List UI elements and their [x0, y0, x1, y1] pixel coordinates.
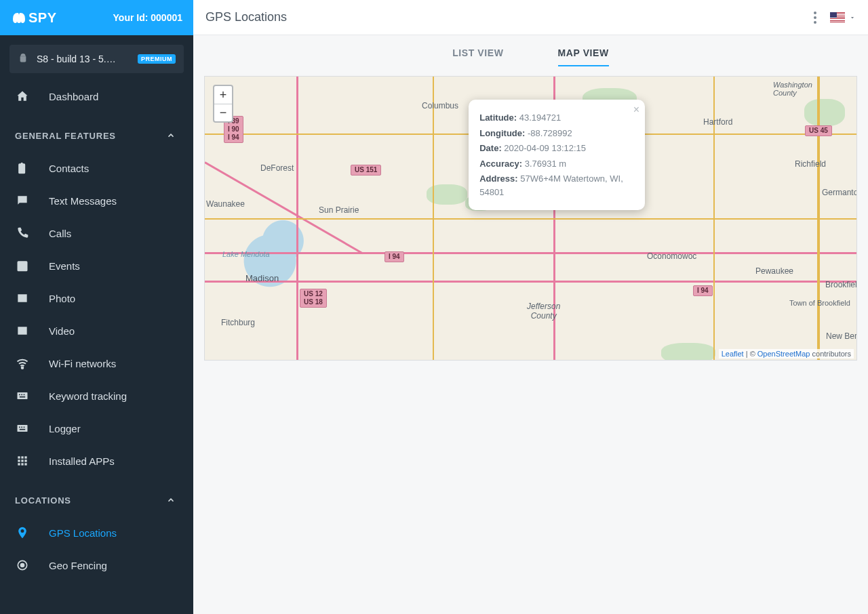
popup-date-value: 2020-04-09 13:12:15: [504, 143, 586, 153]
popup-lon-label: Longitude:: [479, 128, 525, 138]
nav-video-label: Video: [49, 325, 75, 337]
zoom-out-button[interactable]: −: [214, 104, 232, 121]
city-label: Waunakee: [206, 199, 245, 209]
view-tabs: LIST VIEW MAP VIEW: [193, 35, 868, 76]
language-selector[interactable]: [830, 12, 856, 22]
popup-close-button[interactable]: ×: [633, 104, 639, 116]
svg-rect-11: [18, 456, 20, 458]
city-label: Pewaukee: [755, 266, 793, 276]
image-icon: [15, 291, 30, 305]
section-locations-title: LOCATIONS: [15, 495, 71, 506]
city-label: Oconomowoc: [647, 251, 696, 261]
nav-text-messages[interactable]: Text Messages: [0, 184, 193, 217]
city-label: New Berlin: [826, 331, 857, 341]
svg-rect-19: [24, 463, 26, 465]
map-popup: × Latitude: 43.194721 Longitude: -88.728…: [469, 100, 645, 210]
svg-rect-13: [24, 456, 26, 458]
road-shield: US 12 US 18: [300, 289, 327, 308]
nav-contacts-label: Contacts: [49, 163, 89, 174]
sidebar-header: SPY Your Id: 000001: [0, 0, 193, 35]
nav-geo-fencing[interactable]: Geo Fencing: [0, 549, 193, 581]
svg-rect-2: [19, 394, 20, 396]
svg-rect-14: [18, 459, 20, 462]
nav-calls[interactable]: Calls: [0, 217, 193, 249]
device-name: S8 - build 13 - 5.…: [37, 54, 130, 64]
premium-badge: PREMIUM: [138, 54, 176, 64]
leaflet-link[interactable]: Leaflet: [722, 350, 744, 358]
device-selector[interactable]: S8 - build 13 - 5.… PREMIUM: [9, 45, 184, 73]
video-icon: [15, 324, 30, 337]
svg-point-21: [21, 564, 24, 567]
attribution-sep: | ©: [744, 350, 757, 358]
chevron-up-icon: [163, 495, 178, 505]
calendar-icon: [15, 259, 30, 272]
city-label: Germantown: [822, 188, 857, 197]
page-title: GPS Locations: [205, 10, 287, 24]
popup-lat-label: Latitude:: [479, 112, 517, 123]
nav-wifi[interactable]: Wi-Fi networks: [0, 347, 193, 380]
brand-logo[interactable]: SPY: [11, 10, 57, 26]
map-attribution: Leaflet | © OpenStreetMap contributors: [719, 349, 854, 359]
svg-rect-7: [19, 427, 20, 428]
popup-address-label: Address:: [479, 173, 517, 184]
message-icon: [15, 194, 30, 207]
grid-icon: [15, 454, 30, 468]
svg-rect-10: [20, 429, 25, 430]
svg-rect-17: [18, 463, 20, 465]
nav-photo-label: Photo: [49, 293, 75, 304]
svg-rect-18: [21, 463, 23, 465]
tab-list-view[interactable]: LIST VIEW: [452, 47, 503, 66]
nav-logger-label: Logger: [49, 423, 81, 434]
nav-events[interactable]: Events: [0, 249, 193, 282]
osm-link[interactable]: OpenStreetMap: [757, 350, 810, 358]
logo-icon: [11, 11, 27, 24]
target-icon: [15, 558, 30, 572]
svg-rect-9: [24, 427, 25, 428]
city-label: Madison: [245, 273, 279, 283]
keyboard-icon: [15, 389, 30, 403]
phone-icon: [15, 226, 30, 240]
sidebar-nav: Dashboard GENERAL FEATURES Contacts Text…: [0, 80, 193, 614]
nav-video[interactable]: Video: [0, 314, 193, 347]
map-green: [661, 343, 715, 361]
wifi-icon: [15, 356, 30, 370]
city-label: Town of Brookfield: [789, 299, 850, 307]
topbar: GPS Locations: [193, 0, 868, 35]
map[interactable]: I 39 I 90 I 94 US 151 I 94 US 12 US 18 I…: [204, 76, 857, 361]
road-shield: US 151: [351, 165, 381, 176]
nav-keyword-tracking[interactable]: Keyword tracking: [0, 380, 193, 412]
nav-logger[interactable]: Logger: [0, 412, 193, 445]
nav-geofencing-label: Geo Fencing: [49, 560, 107, 571]
popup-lon-value: -88.728992: [528, 128, 572, 138]
chevron-up-icon: [163, 131, 178, 140]
map-road: [205, 252, 856, 254]
pin-icon: [15, 526, 30, 539]
more-menu-button[interactable]: [810, 7, 821, 28]
map-road: [433, 77, 434, 360]
svg-point-0: [22, 367, 24, 369]
content: GPS Locations LIST VIEW MAP VIEW: [193, 0, 868, 614]
nav-installed-apps-label: Installed APPs: [49, 455, 115, 467]
nav-contacts[interactable]: Contacts: [0, 152, 193, 184]
city-label: DeForest: [260, 163, 294, 173]
road-shield: US 45: [805, 125, 832, 136]
city-label: Fitchburg: [221, 318, 255, 327]
section-locations[interactable]: LOCATIONS: [0, 484, 193, 516]
nav-gps-label: GPS Locations: [49, 527, 117, 539]
svg-rect-16: [24, 459, 26, 462]
road-shield: I 94: [384, 251, 404, 262]
map-road: [205, 281, 856, 283]
nav-keyword-label: Keyword tracking: [49, 390, 127, 402]
lake-label: Lake Mendota: [222, 250, 270, 258]
popup-accuracy-label: Accuracy:: [479, 159, 522, 169]
svg-rect-12: [21, 456, 23, 458]
nav-gps-locations[interactable]: GPS Locations: [0, 516, 193, 549]
nav-photo[interactable]: Photo: [0, 282, 193, 314]
section-general-features[interactable]: GENERAL FEATURES: [0, 119, 193, 152]
us-flag-icon: [830, 12, 845, 22]
nav-installed-apps[interactable]: Installed APPs: [0, 445, 193, 477]
nav-dashboard[interactable]: Dashboard: [0, 80, 193, 112]
zoom-in-button[interactable]: +: [214, 86, 232, 104]
nav-dashboard-label: Dashboard: [49, 91, 98, 102]
tab-map-view[interactable]: MAP VIEW: [558, 47, 609, 66]
